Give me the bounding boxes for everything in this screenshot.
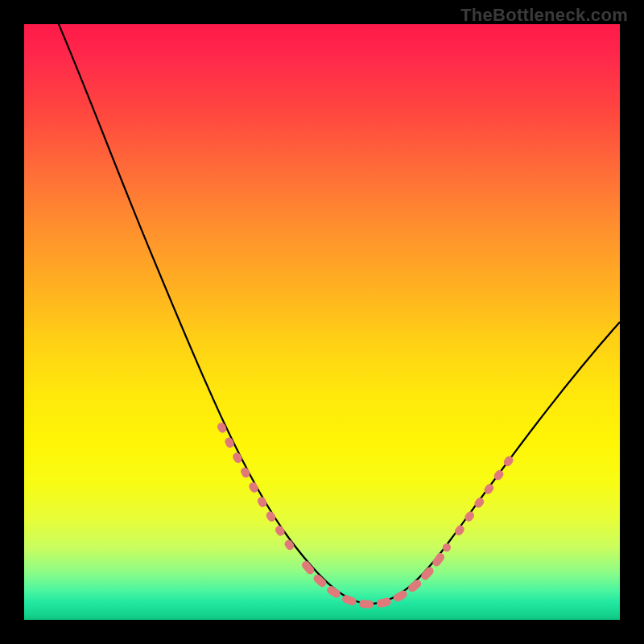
chart-frame: TheBottleneck.com	[0, 0, 644, 644]
highlight-dots	[221, 427, 517, 605]
plot-area	[24, 24, 620, 620]
curve-layer	[24, 24, 620, 620]
bottleneck-curve-path	[48, 24, 620, 604]
watermark-text: TheBottleneck.com	[460, 5, 628, 26]
